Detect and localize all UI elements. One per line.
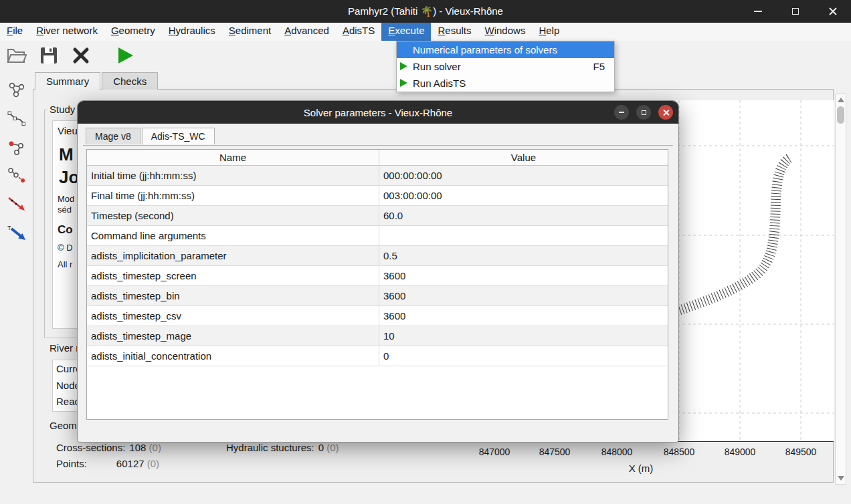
- menu-file[interactable]: File: [0, 23, 29, 41]
- dialog-close-button[interactable]: [658, 105, 673, 120]
- longitudinal-profile-icon: [7, 109, 26, 128]
- param-name: Command line arguments: [87, 226, 379, 245]
- minimize-icon: [619, 112, 624, 113]
- table-row[interactable]: adists_initial_concentration 0: [87, 346, 668, 366]
- tab-checks[interactable]: Checks: [102, 72, 158, 90]
- menu-help[interactable]: Help: [532, 23, 566, 41]
- param-value[interactable]: [379, 226, 668, 245]
- menu-sediment[interactable]: Sediment: [222, 23, 278, 41]
- shortcut-label: F5: [593, 61, 614, 72]
- dialog-title-bar[interactable]: Solver parameters - Vieux-Rhône: [78, 101, 678, 124]
- x-axis-label: X (m): [614, 463, 668, 474]
- save-button[interactable]: [37, 44, 60, 67]
- close-project-button[interactable]: [70, 44, 92, 67]
- menu-item-run-adists[interactable]: Run AdisTS: [397, 75, 614, 92]
- param-name: adists_timestep_screen: [87, 266, 379, 285]
- t-label: T: [7, 225, 11, 231]
- table-row[interactable]: adists_timestep_screen 3600: [87, 266, 668, 286]
- stat-value: 60127: [116, 458, 145, 469]
- param-name: adists_timestep_bin: [87, 286, 379, 305]
- param-value[interactable]: 60.0: [379, 206, 668, 225]
- table-row[interactable]: adists_implicitation_parameter 0.5: [87, 246, 668, 266]
- menu-windows[interactable]: Windows: [478, 23, 533, 41]
- study-rights-line: All r: [58, 259, 72, 269]
- open-button[interactable]: [5, 44, 28, 67]
- close-icon: [829, 7, 837, 15]
- menu-hydraulics[interactable]: Hydraulics: [162, 23, 222, 41]
- table-row[interactable]: Final time (jj:hh:mm:ss) 003:00:00:00: [87, 186, 668, 206]
- table-row[interactable]: Initial time (jj:hh:mm:ss) 000:00:00:00: [87, 166, 668, 186]
- dialog-maximize-button[interactable]: [636, 105, 651, 120]
- tool-cross-section-button[interactable]: [5, 136, 28, 158]
- param-value[interactable]: 3600: [379, 266, 668, 285]
- study-heading-line: Jo: [59, 167, 79, 188]
- open-folder-icon: [7, 46, 27, 65]
- param-value[interactable]: 3600: [379, 286, 668, 305]
- execute-menu-dropdown: Numerical parameters of solvers Run solv…: [396, 41, 615, 92]
- menu-results[interactable]: Results: [431, 23, 478, 41]
- dialog-minimize-button[interactable]: [614, 105, 629, 120]
- table-row[interactable]: adists_timestep_bin 3600: [87, 286, 668, 306]
- param-value[interactable]: 0: [379, 346, 668, 366]
- menu-item-run-solver[interactable]: Run solver F5: [397, 58, 614, 75]
- vertical-scrollbar[interactable]: [835, 94, 846, 485]
- tool-translation-button[interactable]: T: [5, 223, 28, 244]
- param-value[interactable]: 0.5: [379, 246, 668, 265]
- param-value[interactable]: 10: [379, 326, 668, 346]
- scrollbar-thumb[interactable]: [837, 106, 844, 124]
- column-header-value: Value: [379, 150, 668, 165]
- scroll-up-icon[interactable]: [838, 98, 844, 102]
- stat-value: 0: [318, 442, 324, 453]
- maximize-button[interactable]: [784, 0, 807, 23]
- maximize-icon: [642, 110, 646, 115]
- tool-profile-button[interactable]: [5, 108, 28, 129]
- stat-cross-sections: Cross-sections:108 (0): [56, 442, 161, 453]
- stat-name: Cross-sections:: [56, 442, 125, 453]
- menu-river-network[interactable]: River network: [29, 23, 104, 41]
- study-text-line: Co: [58, 223, 73, 237]
- menu-advanced[interactable]: Advanced: [278, 23, 336, 41]
- menu-geometry[interactable]: Geometry: [104, 23, 162, 41]
- tool-reach-button[interactable]: [5, 165, 28, 186]
- menu-item-label: Numerical parameters of solvers: [413, 44, 557, 55]
- translation-blue-icon: T: [7, 224, 27, 243]
- param-value[interactable]: 000:00:00:00: [379, 166, 668, 185]
- menu-adists[interactable]: AdisTS: [336, 23, 381, 41]
- tab-adis-ts-wc[interactable]: Adis-TS_WC: [142, 128, 215, 144]
- river-cross-sections-path: [680, 158, 791, 310]
- x-axis-tick: 849000: [713, 447, 767, 457]
- stat-name: Hydraulic stuctures:: [226, 442, 314, 453]
- scroll-down-icon[interactable]: [838, 476, 844, 481]
- run-icon: [116, 47, 134, 64]
- x-axis-tick: 848500: [652, 447, 706, 457]
- table-row[interactable]: adists_timestep_mage 10: [87, 326, 668, 346]
- tab-summary[interactable]: Summary: [35, 72, 100, 90]
- reach-red-icon: [7, 166, 26, 185]
- table-row[interactable]: adists_timestep_csv 3600: [87, 306, 668, 326]
- table-row[interactable]: Command line arguments: [87, 226, 668, 246]
- param-name: adists_implicitation_parameter: [87, 246, 379, 265]
- close-x-icon: [72, 47, 90, 64]
- tab-mage-v8[interactable]: Mage v8: [86, 128, 140, 144]
- play-icon: [400, 79, 407, 87]
- stat-extra: (0): [147, 458, 159, 469]
- menu-item-label: Run AdisTS: [413, 78, 466, 89]
- tool-slope-button[interactable]: [5, 194, 28, 215]
- menu-execute[interactable]: Execute: [381, 23, 431, 41]
- menu-item-numerical-parameters[interactable]: Numerical parameters of solvers: [397, 41, 614, 58]
- close-button[interactable]: [822, 0, 844, 23]
- run-button[interactable]: [114, 44, 136, 67]
- save-icon: [39, 46, 58, 65]
- param-name: Initial time (jj:hh:mm:ss): [87, 166, 379, 185]
- table-row[interactable]: Timestep (second) 60.0: [87, 206, 668, 226]
- param-name: Final time (jj:hh:mm:ss): [87, 186, 379, 205]
- close-icon: [663, 110, 669, 116]
- minimize-button[interactable]: [747, 0, 769, 23]
- param-value[interactable]: 003:00:00:00: [379, 186, 668, 205]
- tool-network-button[interactable]: [5, 79, 28, 100]
- network-icon: [7, 80, 26, 99]
- param-value[interactable]: 3600: [379, 306, 668, 326]
- param-name: Timestep (second): [87, 206, 379, 225]
- study-text-line: séd: [58, 205, 72, 215]
- stat-name: Points:: [56, 458, 87, 469]
